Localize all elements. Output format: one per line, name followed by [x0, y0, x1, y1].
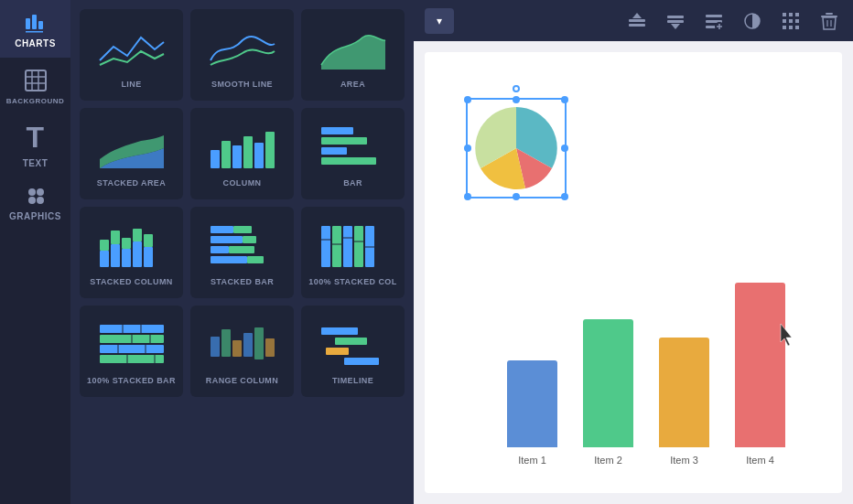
- text-icon: T: [26, 121, 44, 155]
- 100-stacked-bar-preview: [95, 320, 168, 370]
- chart-grid: LINE SMOOTH LINE AREA STACKED AREA: [80, 9, 405, 397]
- sidebar-item-text[interactable]: T TEXT: [0, 115, 70, 173]
- canvas-toolbar: ▾: [414, 0, 853, 41]
- svg-rect-71: [326, 348, 349, 355]
- cursor-icon: [777, 322, 799, 348]
- line-label: LINE: [121, 80, 141, 89]
- pattern-icon: [781, 11, 801, 31]
- sidebar-item-charts[interactable]: CHARTS: [0, 0, 70, 58]
- svg-rect-13: [211, 150, 220, 168]
- bar-item-1: Item 1: [507, 360, 557, 466]
- handle-bl[interactable]: [464, 193, 471, 200]
- svg-point-10: [37, 188, 44, 196]
- svg-rect-14: [221, 141, 231, 168]
- svg-marker-75: [632, 13, 642, 18]
- delete-icon: [820, 11, 838, 31]
- bar-item-2: Item 2: [583, 319, 633, 466]
- chart-tile-stacked-bar[interactable]: STACKED BAR: [190, 207, 294, 298]
- svg-rect-90: [789, 19, 793, 23]
- bar-2: [583, 319, 633, 447]
- bar-label-3: Item 3: [670, 455, 698, 466]
- stacked-bar-label: STACKED BAR: [211, 277, 274, 286]
- sidebar-item-graphics[interactable]: GRAPHICS: [0, 173, 70, 231]
- svg-rect-32: [144, 234, 153, 247]
- sidebar-item-background[interactable]: BACKGROUND: [0, 58, 70, 115]
- chart-tile-timeline[interactable]: TIMELINE: [301, 306, 405, 397]
- svg-rect-41: [321, 226, 330, 267]
- svg-rect-76: [667, 16, 684, 18]
- svg-rect-40: [247, 256, 264, 263]
- contrast-btn[interactable]: [740, 8, 765, 34]
- dropdown-btn[interactable]: ▾: [425, 8, 454, 34]
- line-preview: [95, 24, 168, 74]
- svg-rect-34: [233, 226, 252, 233]
- bar-item-3: Item 3: [659, 338, 709, 466]
- layer-down-icon: [665, 11, 686, 31]
- chart-tile-bar[interactable]: BAR: [301, 108, 405, 199]
- svg-rect-64: [221, 329, 231, 357]
- svg-rect-73: [629, 24, 645, 27]
- svg-rect-16: [243, 136, 253, 168]
- svg-rect-65: [232, 340, 242, 357]
- svg-rect-26: [111, 231, 120, 244]
- bar-3: [659, 338, 709, 447]
- stacked-column-label: STACKED COLUMN: [90, 277, 172, 286]
- svg-point-9: [28, 188, 36, 196]
- chart-tile-100-stacked-bar[interactable]: 100% STACKED BAR: [80, 306, 183, 397]
- svg-point-11: [28, 197, 36, 204]
- layer-up-btn[interactable]: [624, 8, 650, 34]
- chart-tile-range-column[interactable]: RANGE COLUMN: [190, 306, 294, 397]
- svg-rect-42: [332, 226, 341, 267]
- chart-tile-line[interactable]: LINE: [80, 9, 183, 101]
- pie-chart[interactable]: [470, 102, 562, 198]
- area-label: AREA: [340, 80, 365, 89]
- 100-stacked-col-label: 100% STACKED COL: [308, 277, 396, 286]
- chart-tile-smooth-line[interactable]: SMOOTH LINE: [190, 9, 294, 101]
- chart-tile-column[interactable]: COLUMN: [190, 108, 294, 199]
- chart-tile-area[interactable]: AREA: [301, 9, 405, 101]
- svg-rect-3: [26, 31, 43, 33]
- svg-rect-18: [265, 132, 275, 168]
- svg-rect-39: [211, 256, 247, 263]
- delete-btn[interactable]: [816, 8, 842, 34]
- range-column-label: RANGE COLUMN: [206, 376, 278, 385]
- stacked-area-preview: [95, 123, 168, 173]
- handle-bm[interactable]: [513, 193, 520, 200]
- svg-rect-88: [795, 13, 799, 16]
- bar-4: [735, 283, 785, 447]
- chart-tile-stacked-column[interactable]: STACKED COLUMN: [80, 207, 183, 298]
- svg-rect-72: [344, 358, 379, 365]
- svg-rect-77: [667, 20, 684, 23]
- pattern-btn[interactable]: [778, 8, 804, 34]
- svg-rect-23: [100, 251, 109, 267]
- chart-tile-stacked-area[interactable]: STACKED AREA: [80, 108, 183, 199]
- handle-rotate[interactable]: [513, 85, 520, 92]
- canvas-body[interactable]: Item 1 Item 2 Item 3 Item 4: [425, 52, 842, 493]
- svg-rect-51: [100, 325, 164, 333]
- area-preview: [317, 24, 390, 74]
- sidebar-label-graphics: GRAPHICS: [9, 211, 61, 221]
- svg-rect-17: [254, 143, 264, 168]
- svg-rect-43: [343, 226, 352, 267]
- svg-rect-38: [229, 246, 254, 253]
- stacked-area-label: STACKED AREA: [97, 178, 166, 188]
- svg-rect-67: [254, 327, 264, 359]
- svg-rect-91: [795, 19, 799, 23]
- bar-label-2: Item 2: [594, 455, 622, 466]
- handle-mr[interactable]: [561, 145, 568, 152]
- svg-rect-25: [111, 244, 120, 267]
- stacked-bar-preview: [206, 221, 279, 272]
- svg-rect-89: [783, 19, 786, 23]
- bar-preview: [317, 123, 390, 173]
- svg-rect-24: [100, 240, 109, 251]
- svg-rect-30: [133, 229, 142, 241]
- svg-point-12: [37, 197, 44, 204]
- 100-stacked-bar-label: 100% STACKED BAR: [87, 376, 176, 385]
- handle-tr[interactable]: [561, 96, 568, 103]
- handle-br[interactable]: [561, 193, 568, 200]
- add-layer-btn[interactable]: [701, 8, 727, 34]
- layer-down-btn[interactable]: [663, 8, 688, 34]
- svg-rect-1: [32, 15, 37, 29]
- svg-rect-2: [38, 21, 43, 29]
- chart-tile-100-stacked-col[interactable]: 100% STACKED COL: [301, 207, 405, 298]
